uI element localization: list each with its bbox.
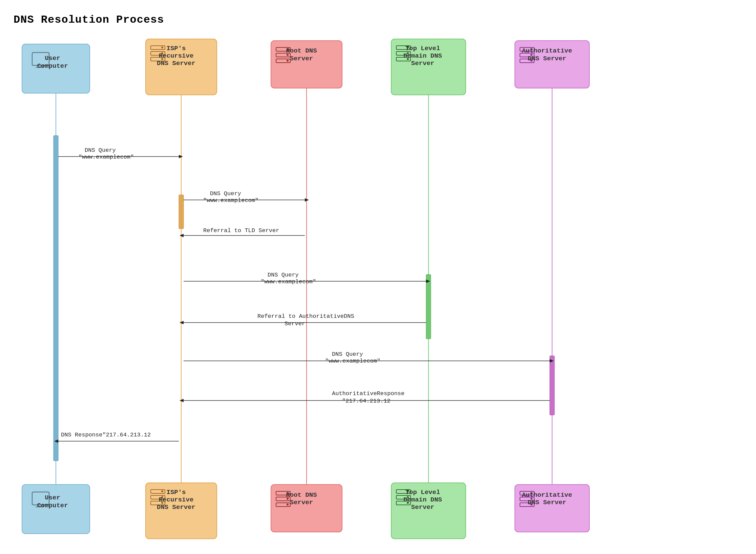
svg-marker-54 <box>179 155 183 158</box>
svg-point-91 <box>161 490 163 492</box>
svg-point-114 <box>407 502 409 504</box>
svg-text:Computer: Computer <box>37 502 68 509</box>
svg-rect-1 <box>32 53 49 65</box>
svg-text:DNS Server: DNS Server <box>157 504 195 511</box>
svg-rect-113 <box>396 501 411 505</box>
svg-text:"www.examplecom": "www.examplecom" <box>325 358 380 364</box>
svg-rect-38 <box>520 53 534 57</box>
svg-rect-90 <box>151 490 165 493</box>
svg-rect-19 <box>276 53 290 57</box>
svg-rect-0 <box>22 44 90 93</box>
svg-text:Server: Server <box>290 55 313 62</box>
svg-text:Top Level: Top Level <box>405 45 440 52</box>
svg-rect-28 <box>396 52 411 55</box>
svg-rect-30 <box>396 57 411 61</box>
svg-rect-52 <box>550 356 554 415</box>
svg-point-122 <box>530 498 532 500</box>
svg-rect-89 <box>146 483 217 539</box>
svg-rect-111 <box>396 495 411 499</box>
svg-rect-123 <box>520 503 534 507</box>
svg-rect-85 <box>38 505 43 507</box>
svg-point-120 <box>530 492 532 494</box>
svg-text:Referral to TLD Server: Referral to TLD Server <box>203 227 279 234</box>
svg-text:"217.64.213.12: "217.64.213.12 <box>342 398 391 404</box>
page-title: DNS Resolution Process <box>14 14 164 26</box>
svg-text:Server: Server <box>411 60 434 67</box>
svg-text:Server: Server <box>411 504 434 511</box>
svg-text:Authoritative: Authoritative <box>522 47 572 55</box>
svg-point-103 <box>287 498 289 500</box>
svg-text:DNS Response"217.64.213.12: DNS Response"217.64.213.12 <box>61 432 151 438</box>
svg-text:"www.examplecom": "www.examplecom" <box>203 197 258 204</box>
svg-text:Domain DNS: Domain DNS <box>403 496 442 504</box>
svg-point-124 <box>530 504 532 506</box>
svg-point-22 <box>287 60 289 62</box>
svg-point-37 <box>530 48 532 50</box>
svg-rect-104 <box>276 503 290 507</box>
svg-point-31 <box>407 58 409 60</box>
svg-rect-50 <box>179 195 184 229</box>
svg-text:User: User <box>45 55 60 62</box>
svg-text:"www.examplecom": "www.examplecom" <box>261 279 316 285</box>
svg-point-20 <box>287 54 289 56</box>
svg-text:DNS Server: DNS Server <box>157 60 195 67</box>
svg-rect-49 <box>54 136 58 461</box>
svg-rect-118 <box>515 485 589 532</box>
svg-text:Referral to AuthoritativeDNS: Referral to AuthoritativeDNS <box>257 313 354 320</box>
svg-rect-94 <box>151 501 165 505</box>
svg-point-39 <box>530 54 532 56</box>
svg-point-41 <box>530 60 532 62</box>
svg-rect-36 <box>520 47 534 51</box>
svg-text:Top Level: Top Level <box>405 489 440 496</box>
svg-text:Domain DNS: Domain DNS <box>403 52 442 60</box>
svg-text:DNS Server: DNS Server <box>528 499 566 506</box>
svg-rect-17 <box>276 47 290 51</box>
svg-text:DNS Query: DNS Query <box>268 272 299 278</box>
svg-rect-108 <box>391 483 466 539</box>
svg-point-18 <box>287 48 289 50</box>
svg-rect-16 <box>271 41 342 88</box>
svg-rect-100 <box>276 491 290 495</box>
svg-point-10 <box>161 52 163 54</box>
svg-rect-92 <box>151 495 165 499</box>
svg-rect-21 <box>276 59 290 63</box>
svg-text:AuthoritativeResponse: AuthoritativeResponse <box>332 390 404 397</box>
svg-point-95 <box>161 502 163 504</box>
svg-rect-11 <box>151 57 165 61</box>
svg-rect-25 <box>391 39 466 95</box>
svg-rect-99 <box>271 485 342 532</box>
svg-point-93 <box>161 496 163 498</box>
svg-marker-65 <box>426 280 430 283</box>
svg-text:DNS Server: DNS Server <box>528 55 566 62</box>
svg-rect-2 <box>38 65 43 67</box>
svg-point-101 <box>287 492 289 494</box>
svg-marker-69 <box>180 321 184 324</box>
svg-text:Server: Server <box>290 499 313 506</box>
svg-marker-58 <box>305 198 309 202</box>
svg-rect-26 <box>396 46 411 49</box>
svg-text:DNS Query: DNS Query <box>85 147 116 153</box>
svg-point-8 <box>161 46 163 48</box>
svg-text:ISP's: ISP's <box>166 45 186 52</box>
svg-rect-119 <box>520 491 534 495</box>
svg-text:DNS Query: DNS Query <box>332 351 363 357</box>
svg-marker-77 <box>180 399 184 402</box>
svg-text:Root DNS: Root DNS <box>286 491 317 499</box>
svg-rect-121 <box>520 497 534 501</box>
svg-text:"www.examplecom": "www.examplecom" <box>79 154 134 160</box>
svg-rect-102 <box>276 497 290 501</box>
svg-point-27 <box>407 46 409 48</box>
svg-text:Recursive: Recursive <box>159 52 194 60</box>
svg-marker-81 <box>54 439 58 443</box>
svg-text:Authoritative: Authoritative <box>522 491 572 499</box>
svg-rect-51 <box>426 274 431 339</box>
svg-text:ISP's: ISP's <box>166 489 186 496</box>
svg-text:User: User <box>45 494 60 501</box>
svg-text:DNS Query: DNS Query <box>210 190 241 197</box>
svg-rect-40 <box>520 59 534 63</box>
svg-marker-73 <box>550 359 554 363</box>
svg-text:Server: Server <box>285 321 305 327</box>
svg-rect-9 <box>151 52 165 55</box>
svg-point-105 <box>287 504 289 506</box>
svg-point-29 <box>407 52 409 54</box>
